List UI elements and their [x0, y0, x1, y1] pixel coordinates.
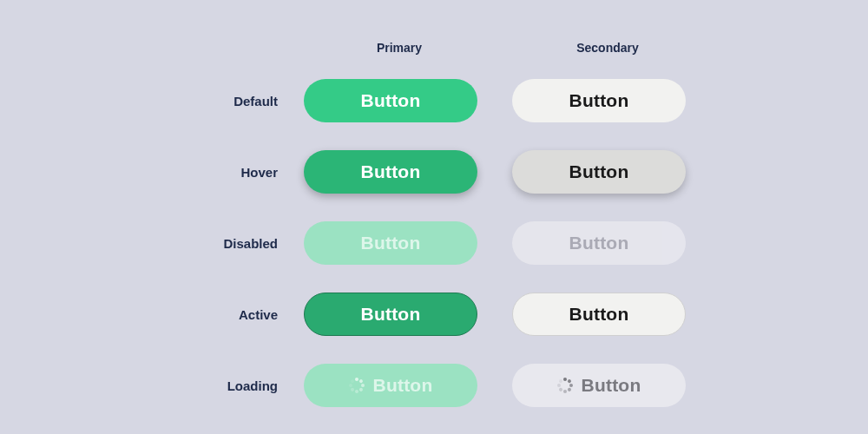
column-header-primary: Primary: [304, 41, 495, 55]
button-states-grid: Primary Secondary Default Button Button …: [148, 35, 703, 417]
row-header-active: Active: [148, 307, 286, 322]
button-label: Button: [361, 90, 421, 111]
secondary-button-loading: Button: [512, 364, 686, 407]
primary-button-default[interactable]: Button: [304, 79, 477, 122]
spinner-icon: [349, 378, 365, 393]
button-label: Button: [361, 161, 421, 182]
primary-button-loading: Button: [304, 364, 477, 407]
secondary-button-hover[interactable]: Button: [512, 150, 686, 194]
row-header-default: Default: [148, 94, 286, 108]
button-label: Button: [569, 304, 629, 325]
spinner-icon: [557, 378, 573, 393]
button-label: Button: [361, 304, 421, 325]
button-label: Button: [569, 90, 629, 111]
secondary-button-disabled: Button: [512, 221, 686, 265]
button-label: Button: [361, 233, 421, 253]
secondary-button-default[interactable]: Button: [512, 79, 686, 122]
primary-button-hover[interactable]: Button: [304, 150, 477, 194]
row-header-hover: Hover: [148, 165, 286, 180]
primary-button-disabled: Button: [304, 221, 477, 265]
column-header-secondary: Secondary: [512, 41, 703, 55]
primary-button-active[interactable]: Button: [304, 293, 477, 336]
button-label: Button: [569, 161, 629, 182]
button-label: Button: [582, 375, 641, 396]
secondary-button-active[interactable]: Button: [512, 293, 686, 336]
button-label: Button: [373, 375, 433, 396]
button-label: Button: [569, 233, 629, 253]
row-header-loading: Loading: [148, 378, 286, 393]
row-header-disabled: Disabled: [148, 236, 286, 251]
